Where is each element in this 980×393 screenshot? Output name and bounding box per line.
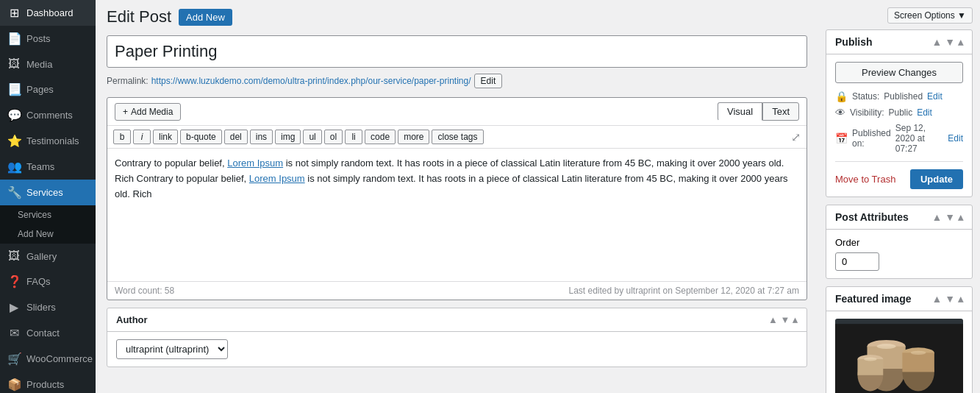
- fmt-italic[interactable]: i: [133, 130, 151, 144]
- visibility-row: 👁 Visibility: Public Edit: [835, 107, 963, 118]
- sidebar-item-products[interactable]: 📦 Products: [0, 372, 96, 393]
- visibility-value: Public: [888, 107, 912, 118]
- fmt-img[interactable]: img: [275, 130, 301, 144]
- page-header: Edit Post Add New: [107, 7, 807, 26]
- sidebar-item-woocommerce[interactable]: 🛒 WooCommerce: [0, 346, 96, 372]
- permalink-label: Permalink:: [107, 76, 149, 86]
- contact-icon: ✉: [7, 326, 21, 340]
- last-edited: Last edited by ultraprint on September 1…: [568, 286, 799, 296]
- published-label: Published on:: [852, 128, 891, 149]
- media-icon: 🖼: [7, 57, 21, 71]
- sidebar-item-label: FAQs: [26, 276, 51, 287]
- post-attributes-body: Order: [826, 230, 972, 278]
- permalink-url[interactable]: https://www.luzukdemo.com/demo/ultra-pri…: [151, 76, 471, 86]
- visibility-label: Visibility:: [850, 107, 884, 118]
- sidebar-item-label: Posts: [26, 33, 51, 44]
- post-attributes-controls[interactable]: ▲ ▼ ▴: [932, 211, 964, 223]
- comments-icon: 💬: [7, 108, 21, 122]
- visibility-icon: 👁: [835, 107, 845, 118]
- author-box-header: Author ▲ ▼ ▴: [107, 308, 806, 332]
- fmt-ol[interactable]: ol: [324, 130, 343, 144]
- fmt-close-tags[interactable]: close tags: [432, 130, 483, 144]
- sidebar-item-label: Services: [26, 187, 63, 198]
- sidebar-item-label: Products: [26, 379, 64, 390]
- fmt-link[interactable]: link: [153, 130, 178, 144]
- status-edit-link[interactable]: Edit: [927, 91, 943, 102]
- sidebar-item-label: Testimonials: [26, 135, 79, 146]
- publish-box-controls[interactable]: ▲ ▼ ▴: [932, 36, 964, 48]
- sidebar-item-gallery[interactable]: 🖼 Gallery: [0, 244, 96, 269]
- author-box: Author ▲ ▼ ▴ ultraprint (ultraprint): [107, 308, 807, 367]
- sidebar-item-media[interactable]: 🖼 Media: [0, 52, 96, 77]
- post-attributes-box: Post Attributes ▲ ▼ ▴ Order: [826, 205, 973, 279]
- author-box-body: ultraprint (ultraprint): [107, 332, 806, 367]
- status-value: Published: [884, 91, 923, 102]
- sidebar-item-label: Gallery: [26, 251, 57, 262]
- sidebar-item-label: WooCommerce: [26, 353, 93, 364]
- tab-text[interactable]: Text: [762, 102, 799, 121]
- publish-title: Publish: [835, 36, 873, 48]
- order-label: Order: [835, 237, 963, 248]
- sidebar-item-services-add[interactable]: Add New: [0, 224, 96, 244]
- publish-box-header: Publish ▲ ▼ ▴: [826, 30, 972, 54]
- main-content: Edit Post Add New Permalink: https://www…: [96, 0, 818, 393]
- order-input[interactable]: [835, 252, 879, 271]
- author-box-controls[interactable]: ▲ ▼ ▴: [768, 314, 798, 325]
- add-media-button[interactable]: + Add Media: [115, 103, 181, 121]
- fmt-bold[interactable]: b: [113, 130, 131, 144]
- edit-permalink-button[interactable]: Edit: [474, 74, 503, 88]
- featured-image-header: Featured image ▲ ▼ ▴: [826, 287, 972, 311]
- featured-image-thumbnail[interactable]: [835, 319, 963, 393]
- featured-image-body: [826, 311, 972, 393]
- right-sidebar: Screen Options ▼ Publish ▲ ▼ ▴ Preview C…: [818, 0, 980, 393]
- services-add-label: Add New: [18, 229, 54, 239]
- calendar-icon: 📅: [835, 132, 848, 144]
- editor-expand-icon[interactable]: ⤢: [791, 130, 801, 144]
- editor-footer: Word count: 58 Last edited by ultraprint…: [107, 281, 806, 300]
- sidebar-item-label: Sliders: [26, 302, 56, 313]
- svg-rect-6: [902, 353, 934, 372]
- dashboard-icon: ⊞: [7, 6, 21, 20]
- page-title: Edit Post: [107, 7, 171, 26]
- published-edit-link[interactable]: Edit: [948, 133, 963, 144]
- fmt-ul[interactable]: ul: [303, 130, 321, 144]
- sidebar-item-contact[interactable]: ✉ Contact: [0, 320, 96, 346]
- sidebar-item-posts[interactable]: 📄 Posts: [0, 26, 96, 52]
- editor-content[interactable]: Contrary to popular belief, Lorem Ipsum …: [107, 149, 806, 281]
- sidebar-item-services[interactable]: 🔧 Services: [0, 180, 96, 205]
- permalink-row: Permalink: https://www.luzukdemo.com/dem…: [107, 74, 807, 88]
- fmt-ins[interactable]: ins: [250, 130, 273, 144]
- woocommerce-icon: 🛒: [7, 352, 21, 366]
- sidebar-item-services-list[interactable]: Services: [0, 205, 96, 224]
- fmt-li[interactable]: li: [345, 130, 362, 144]
- post-title-input[interactable]: [107, 35, 807, 68]
- update-button[interactable]: Update: [910, 169, 963, 189]
- sidebar-item-sliders[interactable]: ▶ Sliders: [0, 294, 96, 320]
- move-to-trash-button[interactable]: Move to Trash: [835, 174, 895, 185]
- featured-image-controls[interactable]: ▲ ▼ ▴: [932, 293, 964, 305]
- fmt-del[interactable]: del: [224, 130, 248, 144]
- published-value: Sep 12, 2020 at 07:27: [895, 123, 944, 154]
- sidebar-item-pages[interactable]: 📃 Pages: [0, 77, 96, 102]
- products-icon: 📦: [7, 378, 21, 392]
- visibility-edit-link[interactable]: Edit: [917, 107, 932, 118]
- fmt-bquote[interactable]: b-quote: [180, 130, 222, 144]
- fmt-code[interactable]: code: [365, 130, 396, 144]
- add-media-icon: +: [123, 107, 128, 117]
- preview-changes-button[interactable]: Preview Changes: [835, 62, 963, 83]
- sidebar-item-testimonials[interactable]: ⭐ Testimonials: [0, 128, 96, 154]
- sidebar-item-comments[interactable]: 💬 Comments: [0, 102, 96, 128]
- sidebar-item-teams[interactable]: 👥 Teams: [0, 154, 96, 180]
- add-new-button[interactable]: Add New: [179, 9, 232, 26]
- author-select[interactable]: ultraprint (ultraprint): [116, 339, 228, 359]
- status-icon: 🔒: [835, 91, 848, 102]
- screen-options-button[interactable]: Screen Options ▼: [887, 7, 973, 24]
- services-list-label: Services: [18, 210, 51, 220]
- svg-rect-9: [857, 359, 883, 375]
- sidebar-item-dashboard[interactable]: ⊞ Dashboard: [0, 0, 96, 26]
- tab-visual[interactable]: Visual: [718, 102, 762, 121]
- teams-icon: 👥: [7, 160, 21, 174]
- fmt-more[interactable]: more: [398, 130, 429, 144]
- sidebar-item-faqs[interactable]: ❓ FAQs: [0, 269, 96, 294]
- services-submenu: Services Add New: [0, 205, 96, 244]
